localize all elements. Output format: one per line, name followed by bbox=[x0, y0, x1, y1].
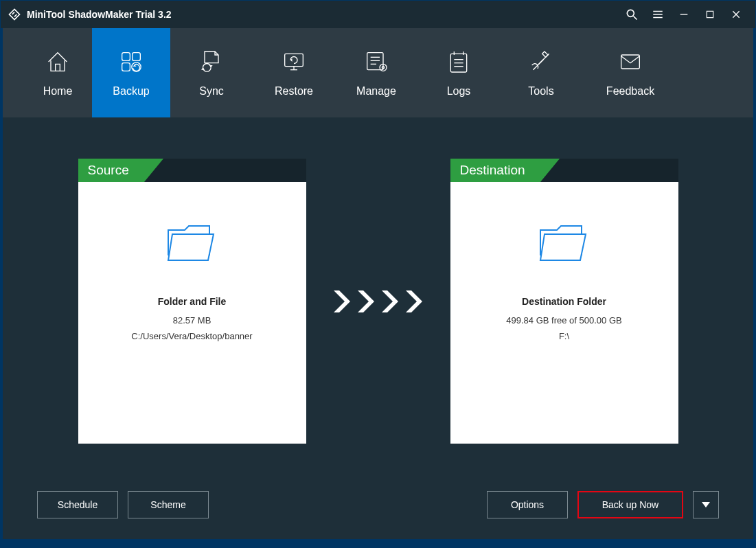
tab-tools[interactable]: Tools bbox=[500, 28, 582, 117]
destination-panel[interactable]: Destination Destination Folder 499.84 GB… bbox=[450, 159, 678, 444]
svg-rect-16 bbox=[367, 53, 383, 70]
arrows-icon bbox=[334, 159, 423, 444]
tab-home[interactable]: Home bbox=[23, 28, 92, 117]
svg-rect-13 bbox=[285, 54, 303, 66]
backup-now-button[interactable]: Back up Now bbox=[577, 491, 683, 518]
destination-tab-label: Destination bbox=[450, 159, 540, 182]
tab-manage[interactable]: Manage bbox=[335, 28, 417, 117]
tab-sync-label: Sync bbox=[199, 85, 224, 98]
source-tab-label: Source bbox=[78, 159, 144, 182]
minimize-button[interactable] bbox=[672, 3, 696, 25]
source-panel[interactable]: Source Folder and File 82.57 MB C:/Users… bbox=[78, 159, 306, 444]
maximize-button[interactable] bbox=[698, 3, 722, 25]
svg-rect-10 bbox=[133, 53, 141, 61]
source-path: C:/Users/Vera/Desktop/banner bbox=[131, 331, 252, 341]
svg-rect-9 bbox=[122, 53, 130, 61]
scheme-button[interactable]: Scheme bbox=[128, 491, 209, 518]
backup-now-dropdown[interactable] bbox=[693, 491, 719, 518]
source-size: 82.57 MB bbox=[173, 315, 211, 326]
tab-backup-label: Backup bbox=[113, 85, 149, 98]
options-button[interactable]: Options bbox=[487, 491, 568, 518]
tab-restore-label: Restore bbox=[275, 85, 313, 98]
destination-title: Destination Folder bbox=[522, 296, 606, 307]
tab-feedback-label: Feedback bbox=[606, 85, 654, 98]
app-title: MiniTool ShadowMaker Trial 3.2 bbox=[27, 9, 172, 20]
tab-backup[interactable]: Backup bbox=[92, 28, 170, 117]
bottom-buttons: Schedule Scheme Options Back up Now bbox=[37, 491, 719, 525]
svg-point-0 bbox=[627, 10, 634, 16]
folder-icon bbox=[165, 220, 219, 269]
close-button[interactable] bbox=[724, 3, 748, 25]
destination-path: F:\ bbox=[559, 331, 569, 341]
folder-icon bbox=[538, 220, 591, 269]
destination-free: 499.84 GB free of 500.00 GB bbox=[506, 315, 621, 326]
svg-line-1 bbox=[634, 16, 637, 20]
tab-tools-label: Tools bbox=[528, 85, 553, 98]
titlebar: MiniTool ShadowMaker Trial 3.2 bbox=[1, 1, 755, 28]
app-logo-icon bbox=[8, 8, 21, 21]
tab-sync[interactable]: Sync bbox=[170, 28, 253, 117]
source-title: Folder and File bbox=[158, 296, 227, 307]
svg-rect-28 bbox=[621, 55, 640, 69]
tab-logs-label: Logs bbox=[447, 85, 471, 98]
main-content: Source Folder and File 82.57 MB C:/Users… bbox=[3, 117, 753, 539]
search-icon[interactable] bbox=[619, 3, 644, 25]
tab-feedback[interactable]: Feedback bbox=[582, 28, 678, 117]
tab-restore[interactable]: Restore bbox=[253, 28, 335, 117]
tab-logs[interactable]: Logs bbox=[417, 28, 500, 117]
tab-home-label: Home bbox=[43, 85, 73, 98]
svg-rect-6 bbox=[707, 11, 713, 17]
menu-icon[interactable] bbox=[645, 3, 670, 25]
main-nav: Home Backup Sync Restore Manage Logs Too… bbox=[3, 28, 753, 117]
schedule-button[interactable]: Schedule bbox=[37, 491, 118, 518]
tab-manage-label: Manage bbox=[356, 85, 396, 98]
svg-rect-11 bbox=[122, 63, 130, 71]
